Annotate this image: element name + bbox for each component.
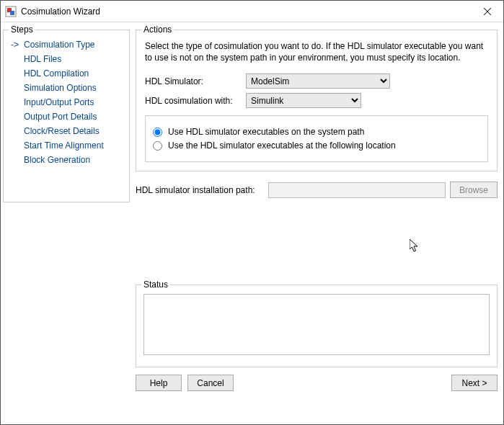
simulator-location-radios: Use HDL simulator executables on the sys… [145,115,488,162]
step-clock-reset-details[interactable]: Clock/Reset Details [11,124,129,138]
cosim-with-select[interactable]: Simulink [246,93,361,108]
step-start-time-alignment[interactable]: Start Time Alignment [11,138,129,153]
svg-rect-2 [10,11,14,15]
install-path-input[interactable] [268,182,446,198]
step-label: Output Port Details [24,112,97,122]
window-close-button[interactable] [471,1,503,22]
step-label: Clock/Reset Details [24,126,100,136]
actions-description: Select the type of cosimulation you want… [145,40,488,63]
step-cosimulation-type[interactable]: ->Cosimulation Type [11,37,129,52]
status-box [143,294,490,355]
step-io-ports[interactable]: Input/Output Ports [11,95,129,109]
step-label: HDL Compilation [24,68,89,79]
radio-system-path-label: Use HDL simulator executables on the sys… [168,127,364,137]
status-group: Status [136,285,498,367]
window-title: Cosimulation Wizard [21,6,471,17]
cosim-with-label: HDL cosimulation with: [145,96,246,106]
actions-group: Actions Select the type of cosimulation … [136,30,498,171]
step-label: Simulation Options [24,83,97,93]
radio-custom-path-label: Use the HDL simulator executables at the… [168,140,396,151]
step-hdl-compilation[interactable]: HDL Compilation [11,66,129,81]
browse-button[interactable]: Browse [450,182,498,198]
titlebar: Cosimulation Wizard [1,1,503,22]
step-label: HDL Files [24,54,61,64]
steps-legend: Steps [9,24,35,35]
step-output-port-details[interactable]: Output Port Details [11,109,129,124]
actions-legend: Actions [141,24,174,35]
step-label: Cosimulation Type [24,40,95,50]
hdl-simulator-select[interactable]: ModelSim [246,73,390,89]
step-label: Block Generation [24,155,90,165]
next-button[interactable]: Next > [451,375,498,391]
step-label: Start Time Alignment [24,140,104,151]
step-label: Input/Output Ports [24,97,94,107]
steps-panel: Steps ->Cosimulation Type HDL Files HDL … [3,30,130,202]
step-block-generation[interactable]: Block Generation [11,153,129,167]
hdl-simulator-label: HDL Simulator: [145,76,246,86]
status-legend: Status [141,279,170,290]
install-path-label: HDL simulator installation path: [136,185,264,195]
cancel-button[interactable]: Cancel [187,375,234,391]
wizard-button-row: Help Cancel Next > [136,375,498,391]
step-simulation-options[interactable]: Simulation Options [11,81,129,95]
radio-custom-path[interactable] [153,141,162,151]
step-hdl-files[interactable]: HDL Files [11,52,129,66]
app-icon [5,6,17,17]
help-button[interactable]: Help [136,375,182,391]
radio-system-path[interactable] [153,128,162,137]
